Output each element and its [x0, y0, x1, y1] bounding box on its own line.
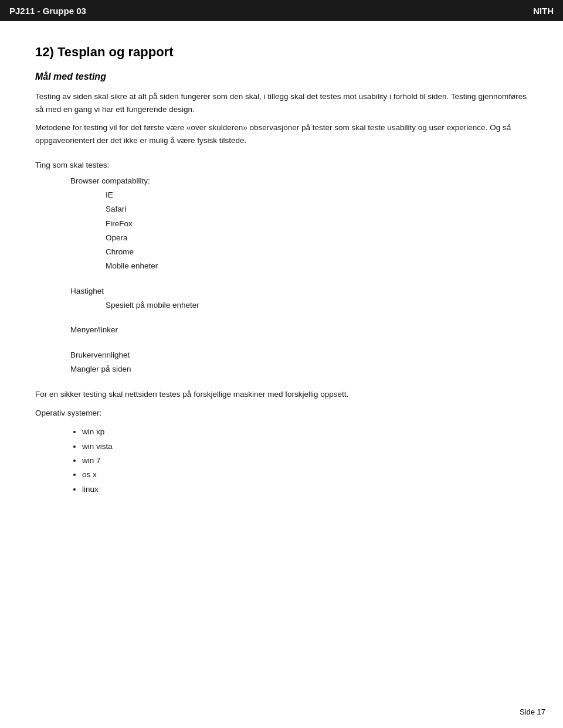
browser-section: Browser compatability: IE Safari FireFox… [70, 174, 528, 274]
brukervennlighet-section: Brukervennlighet Mangler på siden [70, 348, 528, 377]
things-label: Ting som skal testes: [35, 161, 109, 169]
header-title: PJ211 - Gruppe 03 [9, 6, 86, 16]
browser-list: IE Safari FireFox Opera Chrome Mobile en… [106, 188, 528, 274]
page-number: Side 17 [520, 707, 545, 716]
menyer-label: Menyer/linker [70, 323, 528, 337]
os-list: win xp win vista win 7 os x linux [82, 425, 528, 496]
list-item: win vista [82, 440, 528, 454]
things-section: Ting som skal testes: Browser compatabil… [35, 158, 528, 376]
brukervennlighet-label: Brukervennlighet [70, 348, 528, 362]
page-footer: Side 17 [520, 707, 545, 716]
hastighet-label: Hastighet [70, 284, 528, 298]
browser-mobile: Mobile enheter [106, 259, 528, 273]
list-item: os x [82, 468, 528, 482]
subsection-title: Mål med testing [35, 72, 528, 82]
browser-firefox: FireFox [106, 217, 528, 231]
header-logo: NITH [533, 6, 554, 16]
menyer-section: Menyer/linker [70, 323, 528, 337]
page-header: PJ211 - Gruppe 03 NITH [0, 0, 563, 21]
browser-ie: IE [106, 188, 528, 202]
hastighet-sub: Spesielt på mobile enheter [106, 298, 528, 312]
list-item: linux [82, 482, 528, 496]
operativ-label: Operativ systemer: [35, 407, 528, 420]
hastighet-sub-label: Spesielt på mobile enheter [106, 298, 528, 312]
list-item: win xp [82, 425, 528, 439]
main-content: 12) Tesplan og rapport Mål med testing T… [0, 21, 563, 532]
browser-safari: Safari [106, 202, 528, 216]
browser-label: Browser compatability: [70, 176, 150, 185]
browser-chrome: Chrome [106, 245, 528, 259]
list-item: win 7 [82, 454, 528, 468]
browser-opera: Opera [106, 231, 528, 245]
mangler-label: Mangler på siden [70, 362, 528, 376]
paragraph-1: Testing av siden skal sikre at alt på si… [35, 90, 528, 115]
paragraph-3: For en sikker testing skal nettsiden tes… [35, 388, 528, 401]
hastighet-section: Hastighet Spesielt på mobile enheter [70, 284, 528, 313]
section-title: 12) Tesplan og rapport [35, 45, 528, 60]
paragraph-2: Metodene for testing vil for det første … [35, 121, 528, 147]
